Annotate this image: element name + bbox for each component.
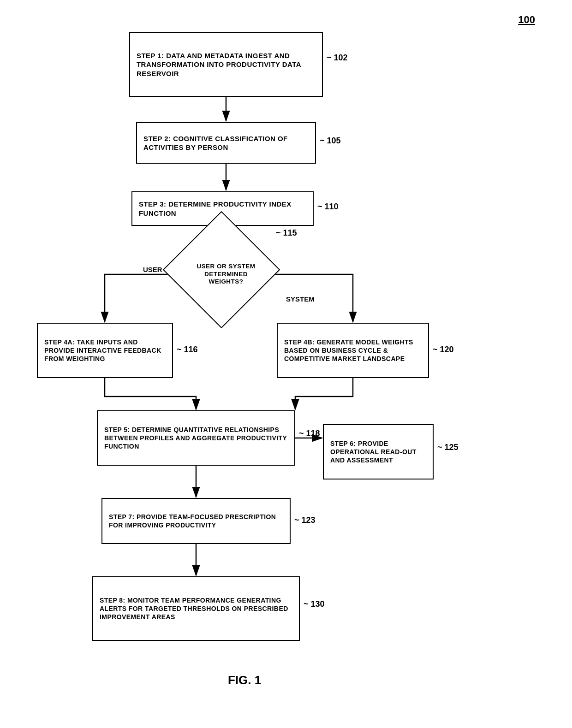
fig-label: FIG. 1 <box>198 673 291 687</box>
step7-ref: ~ 123 <box>294 515 316 525</box>
step8-ref: ~ 130 <box>304 599 325 609</box>
user-label: USER <box>143 266 162 273</box>
step4b-box: STEP 4B: GENERATE MODEL WEIGHTS BASED ON… <box>277 323 429 378</box>
step2-box: STEP 2: COGNITIVE CLASSIFICATION OF ACTI… <box>136 122 316 164</box>
system-label: SYSTEM <box>286 295 315 303</box>
step3-ref: ~ 110 <box>317 202 339 212</box>
step8-box: STEP 8: MONITOR TEAM PERFORMANCE GENERAT… <box>92 576 300 641</box>
step4a-box: STEP 4A: TAKE INPUTS AND PROVIDE INTERAC… <box>37 323 173 378</box>
ref-100-label: 100 <box>518 14 535 26</box>
step1-box: STEP 1: DATA AND METADATA INGEST AND TRA… <box>129 32 323 97</box>
step1-ref: ~ 102 <box>327 53 348 63</box>
step4b-ref: ~ 120 <box>433 345 454 355</box>
step4a-ref: ~ 116 <box>177 345 198 355</box>
step6-box: STEP 6: PROVIDE OPERATIONAL READ-OUT AND… <box>323 424 434 479</box>
diagram-container: 100 STEP 1: DATA AND META <box>0 0 572 728</box>
step2-ref: ~ 105 <box>320 136 341 146</box>
decision-ref: ~ 115 <box>276 228 297 238</box>
decision-diamond: USER OR SYSTEM DETERMINED WEIGHTS? <box>180 228 272 320</box>
step5-box: STEP 5: DETERMINE QUANTITATIVE RELATIONS… <box>97 410 295 466</box>
step5-ref: ~ 118 <box>299 429 320 438</box>
step6-ref: ~ 125 <box>437 443 459 452</box>
step7-box: STEP 7: PROVIDE TEAM-FOCUSED PRESCRIPTIO… <box>101 498 291 544</box>
